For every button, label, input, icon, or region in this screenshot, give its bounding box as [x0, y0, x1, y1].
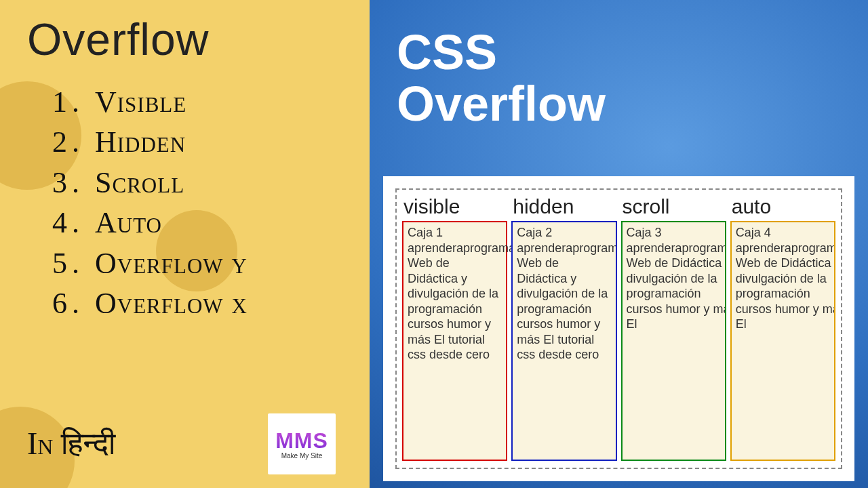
list-item: 5 . Overflow y — [27, 243, 370, 283]
list-num: 1 — [27, 82, 68, 122]
demo-box-auto[interactable]: Caja 4 aprenderaprogramar Web de Didácti… — [730, 221, 835, 461]
demo-col-visible: visible Caja 1 aprenderaprogramar Web de… — [402, 195, 507, 461]
in-word: In — [27, 426, 53, 461]
demo-box-text: Caja 4 aprenderaprogramar Web de Didácti… — [732, 222, 835, 461]
right-title: CSS Overflow — [370, 0, 868, 129]
list-num: 5 — [27, 243, 68, 283]
demo-box-text: Caja 3 aprenderaprogramar Web de Didácti… — [623, 222, 726, 461]
col-title: auto — [730, 195, 835, 221]
list-dot: . — [68, 82, 95, 122]
list-label: Visible — [95, 82, 186, 122]
left-panel: Overflow 1 . Visible 2 . Hidden 3 . Scro… — [0, 0, 370, 488]
list-num: 2 — [27, 122, 68, 162]
demo-col-auto: auto Caja 4 aprenderaprogramar Web de Di… — [730, 195, 835, 461]
list-dot: . — [68, 243, 95, 283]
demo-col-hidden: hidden Caja 2 aprenderaprogramar Web de … — [511, 195, 616, 461]
left-title: Overflow — [27, 14, 370, 65]
overflow-list: 1 . Visible 2 . Hidden 3 . Scroll 4 . Au… — [27, 82, 370, 323]
list-label: Hidden — [95, 122, 186, 162]
demo-box-text: Caja 1 aprenderaprogramar Web de Didácti… — [403, 222, 506, 365]
list-num: 4 — [27, 203, 68, 243]
right-title-line2: Overflow — [397, 79, 868, 130]
right-panel: CSS Overflow visible Caja 1 aprenderapro… — [370, 0, 868, 488]
list-item: 2 . Hidden — [27, 122, 370, 162]
list-item: 6 . Overflow x — [27, 283, 370, 323]
list-label: Overflow x — [95, 283, 248, 323]
bottom-row: In हिन्दी MMS Make My Site — [27, 413, 356, 474]
list-label: Overflow y — [95, 243, 248, 283]
demo-col-scroll: scroll Caja 3 aprenderaprogramar Web de … — [621, 195, 726, 461]
list-dot: . — [68, 163, 95, 203]
list-dot: . — [68, 203, 95, 243]
right-title-line1: CSS — [397, 27, 868, 79]
list-num: 6 — [27, 283, 68, 323]
demo-inner: visible Caja 1 aprenderaprogramar Web de… — [395, 188, 842, 469]
list-item: 1 . Visible — [27, 82, 370, 122]
demo-box-text: Caja 2 aprenderaprogramar Web de Didácti… — [513, 222, 615, 365]
col-title: scroll — [621, 195, 726, 221]
demo-box-hidden: Caja 2 aprenderaprogramar Web de Didácti… — [511, 221, 616, 461]
list-dot: . — [68, 122, 95, 162]
demo-panel: visible Caja 1 aprenderaprogramar Web de… — [383, 176, 854, 481]
list-num: 3 — [27, 163, 68, 203]
language-label: In हिन्दी — [27, 426, 115, 462]
list-item: 3 . Scroll — [27, 163, 370, 203]
mms-logo: MMS Make My Site — [268, 413, 336, 474]
demo-box-visible: Caja 1 aprenderaprogramar Web de Didácti… — [402, 221, 507, 461]
list-label: Auto — [95, 203, 162, 243]
demo-box-scroll[interactable]: Caja 3 aprenderaprogramar Web de Didácti… — [621, 221, 726, 461]
lang-text: हिन्दी — [61, 426, 115, 461]
logo-subtext: Make My Site — [281, 452, 323, 460]
col-title: hidden — [511, 195, 616, 221]
list-item: 4 . Auto — [27, 203, 370, 243]
logo-text: MMS — [275, 428, 328, 453]
list-label: Scroll — [95, 163, 184, 203]
list-dot: . — [68, 283, 95, 323]
col-title: visible — [402, 195, 507, 221]
